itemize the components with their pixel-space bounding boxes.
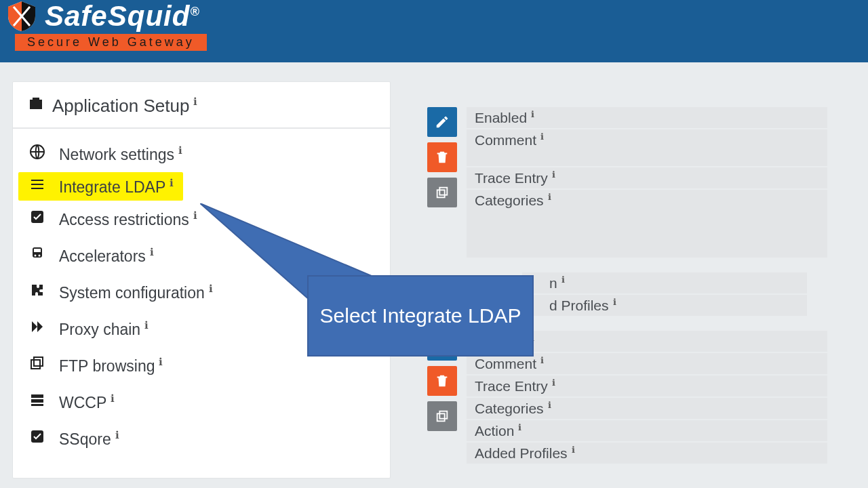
- sidebar-item-integrate-ldap[interactable]: Integrate LDAPℹ: [18, 172, 183, 201]
- info-icon[interactable]: ℹ: [540, 355, 544, 365]
- sidebar-item-label: WCCP: [59, 393, 106, 411]
- puzzle-icon: [28, 282, 47, 302]
- delete-button[interactable]: [427, 366, 457, 396]
- info-icon[interactable]: ℹ: [150, 246, 154, 258]
- svg-rect-14: [439, 411, 447, 419]
- callout-box: Select Integrate LDAP: [307, 275, 534, 357]
- field-categories[interactable]: Categoriesℹ: [467, 398, 827, 419]
- svg-rect-6: [34, 357, 43, 366]
- double-chevron-icon: [28, 319, 47, 339]
- sidebar-item-wccp[interactable]: WCCPℹ: [13, 384, 390, 420]
- field-action[interactable]: Actionℹ: [467, 420, 827, 441]
- copy-button[interactable]: [427, 401, 457, 431]
- sidebar-item-label: Network settings: [59, 145, 174, 163]
- info-icon[interactable]: ℹ: [115, 429, 119, 441]
- info-icon[interactable]: ℹ: [144, 319, 149, 331]
- briefcase-icon: [28, 96, 44, 117]
- svg-rect-8: [31, 394, 43, 398]
- field-trace-entry[interactable]: Trace Entryℹ: [467, 167, 827, 188]
- field-added-profiles[interactable]: Added Profilesℹ: [467, 443, 827, 464]
- sidebar-item-label: FTP browsing: [59, 357, 155, 374]
- sidebar-item-label: Proxy chain: [59, 320, 140, 338]
- sidebar-item-label: SSqore: [59, 430, 111, 447]
- info-icon[interactable]: ℹ: [159, 356, 163, 367]
- sidebar-item-label: System configuration: [59, 283, 205, 301]
- sidebar-item-label: Integrate LDAP: [59, 178, 165, 195]
- info-icon[interactable]: ℹ: [178, 144, 182, 156]
- sidebar-item-access-restrictions[interactable]: Access restrictionsℹ: [13, 201, 390, 237]
- info-icon[interactable]: ℹ: [531, 109, 534, 119]
- sidebar-title: Application Setupℹ: [13, 82, 390, 129]
- sidebar-item-network-settings[interactable]: Network settingsℹ: [13, 136, 390, 172]
- info-icon[interactable]: ℹ: [552, 378, 555, 388]
- info-icon[interactable]: ℹ: [540, 131, 544, 142]
- svg-rect-9: [31, 399, 43, 403]
- tagline: Secure Web Gateway: [8, 34, 214, 51]
- info-icon[interactable]: ℹ: [552, 169, 555, 180]
- copy-button[interactable]: [427, 178, 457, 207]
- info-icon[interactable]: ℹ: [518, 422, 521, 432]
- svg-rect-7: [31, 360, 40, 369]
- sidebar-item-label: Accelerators: [59, 247, 146, 264]
- field-enabled[interactable]: Enabledℹ: [467, 107, 827, 128]
- callout-text: Select Integrate LDAP: [320, 302, 521, 330]
- checkbox-icon: [28, 428, 47, 449]
- info-icon[interactable]: ℹ: [613, 297, 616, 307]
- copy-icon: [28, 355, 47, 375]
- train-icon: [28, 245, 47, 266]
- info-icon[interactable]: ℹ: [548, 400, 551, 410]
- field-trace-entry[interactable]: Trace Entryℹ: [467, 375, 827, 396]
- field-added-profiles[interactable]: d Profilesℹ: [522, 295, 807, 316]
- entry-block: Enabledℹ Commentℹ Trace Entryℹ Categorie…: [427, 107, 827, 258]
- svg-rect-5: [34, 249, 41, 252]
- info-icon[interactable]: ℹ: [209, 283, 213, 294]
- svg-rect-15: [437, 413, 445, 421]
- svg-point-4: [39, 255, 41, 257]
- info-icon[interactable]: ℹ: [111, 392, 115, 404]
- globe-icon: [28, 144, 47, 164]
- info-icon[interactable]: ℹ: [193, 209, 197, 221]
- edit-button[interactable]: [427, 107, 457, 137]
- info-icon[interactable]: ℹ: [193, 96, 197, 107]
- field-partial[interactable]: nℹ: [522, 272, 807, 293]
- app-header: SafeSquid® Secure Web Gateway: [0, 0, 868, 62]
- safesquid-shield-icon: [5, 0, 38, 33]
- delete-button[interactable]: [427, 142, 457, 172]
- sidebar-item-accelerators[interactable]: Acceleratorsℹ: [13, 237, 390, 274]
- info-icon[interactable]: ℹ: [170, 177, 174, 188]
- menu-bars-icon: [28, 176, 47, 197]
- logo-block: SafeSquid® Secure Web Gateway: [5, 0, 214, 51]
- info-icon[interactable]: ℹ: [572, 445, 575, 455]
- entry-block: nℹ d Profilesℹ: [522, 272, 827, 316]
- svg-rect-10: [31, 404, 43, 406]
- sidebar-title-text: Application Setup: [52, 96, 189, 116]
- info-icon[interactable]: ℹ: [561, 274, 565, 285]
- logo-text: SafeSquid®: [45, 0, 200, 33]
- checkbox-icon: [28, 209, 47, 229]
- svg-point-3: [35, 255, 37, 257]
- server-icon: [28, 392, 47, 412]
- svg-rect-12: [439, 188, 447, 195]
- info-icon[interactable]: ℹ: [548, 192, 551, 202]
- field-comment[interactable]: Commentℹ: [467, 129, 827, 166]
- field-categories[interactable]: Categoriesℹ: [467, 190, 827, 258]
- svg-rect-13: [437, 190, 445, 197]
- sidebar-item-label: Access restrictions: [59, 210, 189, 228]
- sidebar-item-ssqore[interactable]: SSqoreℹ: [13, 420, 390, 457]
